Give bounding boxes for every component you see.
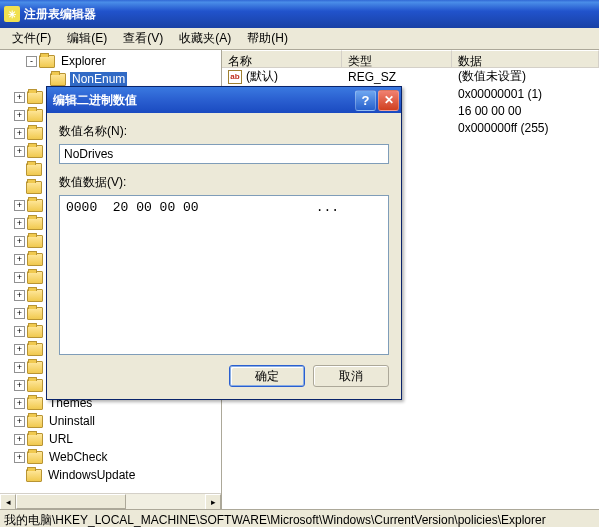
help-button[interactable]: ? — [355, 90, 376, 111]
tree-toggle-icon[interactable]: - — [26, 56, 37, 67]
folder-icon — [39, 55, 55, 68]
folder-icon — [27, 145, 43, 158]
folder-icon — [27, 343, 43, 356]
value-name: (默认) — [246, 68, 278, 85]
window-titlebar: ✳ 注册表编辑器 — [0, 0, 599, 28]
menu-file[interactable]: 文件(F) — [4, 28, 59, 49]
tree-toggle-icon[interactable]: + — [14, 236, 25, 247]
folder-icon — [27, 379, 43, 392]
tree-toggle-icon[interactable]: + — [14, 362, 25, 373]
folder-icon — [26, 163, 42, 176]
folder-icon — [27, 199, 43, 212]
folder-icon — [27, 397, 43, 410]
tree-item-label: Uninstall — [47, 414, 97, 428]
scroll-right-button[interactable]: ▸ — [205, 494, 221, 509]
tree-item[interactable]: +Uninstall — [2, 412, 219, 430]
edit-binary-dialog: 编辑二进制数值 ? ✕ 数值名称(N): 数值数据(V): 0000 20 00… — [46, 86, 402, 400]
folder-icon — [27, 361, 43, 374]
tree-h-scrollbar[interactable]: ◂ ▸ — [0, 493, 221, 509]
hex-editor[interactable]: 0000 20 00 00 00 ... — [59, 195, 389, 355]
tree-toggle-icon[interactable]: + — [14, 146, 25, 157]
scroll-track[interactable] — [16, 494, 205, 509]
folder-icon — [27, 217, 43, 230]
ok-button[interactable]: 确定 — [229, 365, 305, 387]
folder-icon — [27, 253, 43, 266]
tree-toggle-icon[interactable]: + — [14, 272, 25, 283]
folder-icon — [27, 433, 43, 446]
folder-icon — [27, 307, 43, 320]
value-type: REG_SZ — [342, 70, 452, 84]
tree-item-label: NonEnum — [70, 72, 127, 86]
tree-toggle-icon[interactable]: + — [14, 128, 25, 139]
folder-icon — [27, 271, 43, 284]
menu-view[interactable]: 查看(V) — [115, 28, 171, 49]
value-icon: ab — [228, 70, 242, 84]
cancel-button[interactable]: 取消 — [313, 365, 389, 387]
tree-toggle-icon[interactable]: + — [14, 308, 25, 319]
menu-help[interactable]: 帮助(H) — [239, 28, 296, 49]
tree-toggle-icon[interactable]: + — [14, 110, 25, 121]
regedit-icon: ✳ — [4, 6, 20, 22]
statusbar-path: 我的电脑\HKEY_LOCAL_MACHINE\SOFTWARE\Microso… — [4, 513, 546, 527]
menubar: 文件(F) 编辑(E) 查看(V) 收藏夹(A) 帮助(H) — [0, 28, 599, 50]
tree-toggle-icon[interactable]: + — [14, 92, 25, 103]
tree-toggle-icon[interactable]: + — [14, 254, 25, 265]
folder-icon — [27, 235, 43, 248]
dialog-titlebar[interactable]: 编辑二进制数值 ? ✕ — [47, 87, 401, 113]
tree-item[interactable]: +URL — [2, 430, 219, 448]
tree-item[interactable]: WindowsUpdate — [2, 466, 219, 484]
tree-item-label: URL — [47, 432, 75, 446]
menu-favorites[interactable]: 收藏夹(A) — [171, 28, 239, 49]
folder-icon — [27, 91, 43, 104]
tree-toggle-icon[interactable]: + — [14, 380, 25, 391]
tree-toggle-icon[interactable]: + — [14, 218, 25, 229]
tree-toggle-icon[interactable]: + — [14, 200, 25, 211]
dialog-title: 编辑二进制数值 — [53, 92, 353, 109]
col-header-data[interactable]: 数据 — [452, 50, 599, 67]
close-button[interactable]: ✕ — [378, 90, 399, 111]
tree-item[interactable]: -Explorer — [2, 52, 219, 70]
value-name-input[interactable] — [59, 144, 389, 164]
statusbar: 我的电脑\HKEY_LOCAL_MACHINE\SOFTWARE\Microso… — [0, 509, 599, 527]
value-data: 16 00 00 00 — [452, 104, 599, 118]
list-row[interactable]: ab(默认)REG_SZ(数值未设置) — [222, 68, 599, 85]
value-data-label: 数值数据(V): — [59, 174, 389, 191]
tree-toggle-icon[interactable]: + — [14, 434, 25, 445]
list-header-row: 名称 类型 数据 — [222, 50, 599, 68]
tree-toggle-icon[interactable]: + — [14, 290, 25, 301]
value-data: (数值未设置) — [452, 68, 599, 85]
menu-edit[interactable]: 编辑(E) — [59, 28, 115, 49]
folder-icon — [26, 469, 42, 482]
tree-toggle-icon[interactable]: + — [14, 398, 25, 409]
folder-icon — [27, 127, 43, 140]
tree-item[interactable]: +WebCheck — [2, 448, 219, 466]
value-name-label: 数值名称(N): — [59, 123, 389, 140]
tree-toggle-icon[interactable]: + — [14, 416, 25, 427]
folder-icon — [27, 415, 43, 428]
folder-icon — [27, 451, 43, 464]
tree-toggle-icon[interactable]: + — [14, 452, 25, 463]
col-header-type[interactable]: 类型 — [342, 50, 452, 67]
value-data: 0x00000001 (1) — [452, 87, 599, 101]
value-data: 0x000000ff (255) — [452, 121, 599, 135]
folder-icon — [50, 73, 66, 86]
folder-icon — [27, 289, 43, 302]
scroll-left-button[interactable]: ◂ — [0, 494, 16, 509]
tree-item-label: WindowsUpdate — [46, 468, 137, 482]
tree-item-label: Explorer — [59, 54, 108, 68]
tree-toggle-icon[interactable]: + — [14, 344, 25, 355]
window-title: 注册表编辑器 — [24, 6, 595, 23]
folder-icon — [26, 181, 42, 194]
tree-toggle-icon[interactable]: + — [14, 326, 25, 337]
tree-item-label: WebCheck — [47, 450, 109, 464]
scroll-thumb[interactable] — [16, 494, 126, 509]
folder-icon — [27, 325, 43, 338]
folder-icon — [27, 109, 43, 122]
col-header-name[interactable]: 名称 — [222, 50, 342, 67]
